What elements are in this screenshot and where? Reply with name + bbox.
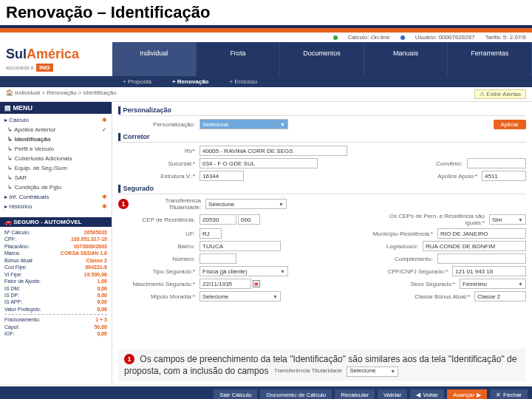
callout-inline-label: Transferência Titularidade <box>274 367 342 374</box>
cep1-input[interactable]: 20530 <box>200 214 236 225</box>
ceps-select[interactable]: Sim▼ <box>489 214 526 225</box>
rv-label: RV* <box>118 148 200 154</box>
subnav-renovacao[interactable]: + Renovação <box>162 76 219 87</box>
transf-select[interactable]: Selecione▼ <box>205 199 287 209</box>
tab-frota[interactable]: Frota <box>197 42 281 76</box>
chevron-down-icon: ▼ <box>273 294 278 299</box>
menu-sar[interactable]: ↳ SAR <box>0 173 112 183</box>
menu-calculo[interactable]: ▸ Cálculo✱ <box>0 115 112 125</box>
nascimento-label: Nascimento Segurado:* <box>118 281 200 287</box>
classe-input[interactable]: Classe 2 <box>474 291 526 301</box>
apply-button[interactable]: Aplicar <box>494 120 526 129</box>
user-dot-icon <box>400 35 405 40</box>
subnav-endosso[interactable]: + Endosso <box>219 76 268 87</box>
bairro-label: Bairro: <box>118 243 200 250</box>
numero-input[interactable] <box>200 253 236 264</box>
ceps-label: Os CEPs de Pern. e Residência são iguais… <box>378 213 489 226</box>
chevron-down-icon: ▼ <box>518 282 523 287</box>
uf-input[interactable]: RJ <box>200 228 222 239</box>
logradouro-input[interactable]: RUA CONDE DE BONFIM <box>423 241 526 251</box>
tipo-label: Tipo Segurado:* <box>118 268 200 275</box>
check-icon: ✓ <box>102 126 107 133</box>
nascimento-input[interactable]: 22/11/1935 <box>200 279 251 289</box>
ing-badge: ING <box>36 64 52 72</box>
validar-button[interactable]: Validar <box>378 389 407 399</box>
cep-label: CEP de Residência: <box>118 216 200 223</box>
sexo-label: Sexo Segurado:* <box>393 281 460 287</box>
status-bar: Cálculo: On-line Usuário: 00007628287 Ta… <box>0 33 532 42</box>
footer-bar: Sair Cálculo Documento de Cálculo Recalc… <box>0 386 532 399</box>
recalcular-button[interactable]: Recalcular <box>335 389 375 399</box>
classe-label: Classe Bônus Atual:* <box>393 293 474 300</box>
callout-badge-1: 1 <box>118 199 129 209</box>
estrutura-label: Estrutura V.:* <box>118 173 200 180</box>
main-nav: Individual Frota Documentos Manuais Ferr… <box>112 42 532 76</box>
sidebar: ▤ MENU ▸ Cálculo✱ ↳ Apólice Anterior✓ ↳ … <box>0 102 112 384</box>
summary-header: 🚗 SEGURO - AUTOMÓVEL <box>0 217 112 227</box>
convenio-input[interactable] <box>467 158 526 168</box>
bairro-input[interactable]: TIJUCA <box>200 241 281 251</box>
moradia-label: Mipólo Moradia:* <box>118 293 200 300</box>
personal-label: Personalização: <box>118 121 200 128</box>
tab-ferramentas[interactable]: Ferramentas <box>448 42 532 76</box>
menu-equip[interactable]: ↳ Equip. de Seg./Som <box>0 163 112 173</box>
transf-label: Transferência Titularidade: <box>129 197 205 211</box>
section-personalizacao: ▌Personalização <box>118 105 526 116</box>
apolice-input[interactable]: 4511 <box>482 171 526 181</box>
menu-header: ▤ MENU <box>0 102 112 114</box>
rv-input[interactable]: 40005 - RAVIMA CORR DE SEGS <box>200 146 347 156</box>
numero-label: Número: <box>118 256 200 262</box>
slide-title: Renovação – Identificação <box>0 0 532 28</box>
documento-button[interactable]: Documento de Cálculo <box>260 389 332 399</box>
convenio-label: Convênio: <box>400 160 467 167</box>
menu-identificacao[interactable]: ↳ Identificação <box>0 134 112 144</box>
fechar-button[interactable]: ✕ Fechar <box>490 389 528 399</box>
online-dot-icon <box>333 35 338 40</box>
tab-individual[interactable]: Individual <box>112 42 197 76</box>
menu-info[interactable]: ▸ Inf. Contratuais✱ <box>0 192 112 202</box>
menu-historico[interactable]: ▸ Histórico✱ <box>0 202 112 211</box>
menu-apolice[interactable]: ↳ Apólice Anterior✓ <box>0 125 112 134</box>
annotation-callout: 1 Os campos de preenchimento da tela "Id… <box>118 349 526 381</box>
callout-number: 1 <box>124 354 134 364</box>
sub-nav: + Proposta + Renovação + Endosso <box>0 76 532 87</box>
logradouro-label: Logradouro: <box>371 243 423 250</box>
star-icon: ✱ <box>102 194 107 200</box>
estrutura-input[interactable]: 16344 <box>200 171 244 181</box>
avancar-button[interactable]: Avançar ▶ <box>447 389 487 399</box>
complemento-label: Complemento: <box>378 256 437 262</box>
chevron-down-icon: ▼ <box>279 202 284 207</box>
show-alerts-button[interactable]: ⚠ Exibir Alertas <box>474 89 526 99</box>
voltar-button[interactable]: ◀ Voltar <box>410 389 443 399</box>
cep2-input[interactable]: 000 <box>238 214 260 225</box>
subnav-proposta[interactable]: + Proposta <box>112 76 162 87</box>
cpf-label: CPF/CNPJ Segurado:* <box>371 268 452 275</box>
sair-button[interactable]: Sair Cálculo <box>214 389 257 399</box>
chevron-down-icon: ▼ <box>518 217 523 222</box>
municipio-input[interactable]: RIO DE JANEIRO <box>437 228 526 239</box>
callout-inline-select: Selecione▼ <box>347 366 398 377</box>
tab-manuais[interactable]: Manuais <box>364 42 449 76</box>
moradia-select[interactable]: Selecione▼ <box>200 291 281 301</box>
uf-label: UF: <box>118 231 200 237</box>
cpf-input[interactable]: 121 01 943 18 <box>452 266 526 276</box>
star-icon: ✱ <box>102 203 107 210</box>
personal-select[interactable]: Selecione▼ <box>200 119 288 129</box>
apolice-label: Apólice Apoio:* <box>415 173 482 180</box>
chevron-down-icon: ▼ <box>390 368 395 375</box>
chevron-down-icon: ▼ <box>280 269 285 274</box>
sucursal-label: Sucursal:* <box>118 160 200 167</box>
sucursal-input[interactable]: 034 - F O GDE SUL <box>200 158 318 168</box>
breadcrumb-bar: 🏠 Individual > Renovação > Identificação… <box>0 87 532 102</box>
tab-documentos[interactable]: Documentos <box>280 42 364 76</box>
menu-condicao[interactable]: ↳ Condição de Pgto <box>0 183 112 192</box>
complemento-input[interactable] <box>437 253 526 264</box>
calendar-icon[interactable]: ▦ <box>253 280 260 287</box>
sexo-select[interactable]: Feminino▼ <box>460 279 526 289</box>
logo: SulAmérica associada à ING <box>0 42 112 76</box>
tipo-select[interactable]: Física (já cliente)▼ <box>200 266 288 276</box>
breadcrumb: 🏠 Individual > Renovação > Identificação <box>6 89 117 99</box>
menu-perfil[interactable]: ↳ Perfil e Veículo <box>0 144 112 154</box>
summary-panel: Nº Cálculo:26505033 CPF:130.951.017-10 P… <box>0 227 112 340</box>
menu-coberturas[interactable]: ↳ Coberturas Adicionais <box>0 154 112 163</box>
